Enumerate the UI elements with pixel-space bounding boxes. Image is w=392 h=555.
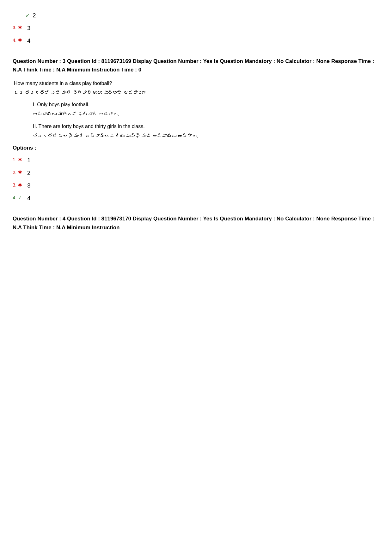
- question3-stmt1-en: I. Only boys play football.: [33, 100, 379, 109]
- q3-option-4: 4. ✓ 4: [13, 195, 379, 202]
- q3-option-2-value: 2: [27, 170, 31, 176]
- q3-option-3: 3. ✱ 3: [13, 182, 379, 189]
- prev-option-2-icon: ✓: [25, 12, 30, 19]
- question4-meta: Question Number : 4 Question Id : 811967…: [13, 214, 379, 231]
- question3-options-label: Options :: [13, 145, 379, 151]
- question3-stmt1-te: అబ్బాయిలు మాత్రమే ఫుట్‌బాల్ ఆడతారు.: [33, 110, 379, 118]
- prev-option-2-value: 2: [33, 12, 36, 19]
- prev-option-3: 3. ✱ 3: [13, 25, 379, 32]
- q3-option-4-number: 4. ✓: [13, 195, 25, 200]
- question3-main-en: How many students in a class play footba…: [14, 79, 379, 88]
- question3-main-te: ఒక తరగతిలో ఎంత మంది విద్యార్థులు ఫుట్‌బా…: [14, 89, 379, 97]
- prev-option-2: ✓ 2: [13, 12, 379, 19]
- q3-option-4-value: 4: [27, 195, 31, 202]
- prev-option-4: 4. ✱ 4: [13, 37, 379, 44]
- q3-option-1-value: 1: [27, 157, 31, 164]
- question3-options: 1. ✱ 1 2. ✱ 2 3. ✱ 3 4. ✓ 4: [13, 157, 379, 202]
- question3-body: How many students in a class play footba…: [14, 79, 379, 140]
- prev-option-4-number: 4. ✱: [13, 37, 25, 43]
- q3-option-2: 2. ✱ 2: [13, 170, 379, 176]
- prev-option-4-value: 4: [27, 37, 31, 44]
- question3-stmt2-te: తరగతిలో నలభై మంది అబ్బాయిలు మరియు ముప్పై…: [33, 132, 379, 140]
- prev-option-3-number: 3. ✱: [13, 25, 25, 30]
- question3-stmt2-en: II. There are forty boys and thirty girl…: [33, 122, 379, 131]
- q3-option-1: 1. ✱ 1: [13, 157, 379, 164]
- prev-option-3-value: 3: [27, 25, 31, 32]
- q3-option-3-value: 3: [27, 182, 31, 189]
- q3-option-1-number: 1. ✱: [13, 157, 25, 163]
- q3-option-3-number: 3. ✱: [13, 182, 25, 188]
- q3-option-2-number: 2. ✱: [13, 170, 25, 175]
- question3-meta: Question Number : 3 Question Id : 811967…: [13, 57, 379, 74]
